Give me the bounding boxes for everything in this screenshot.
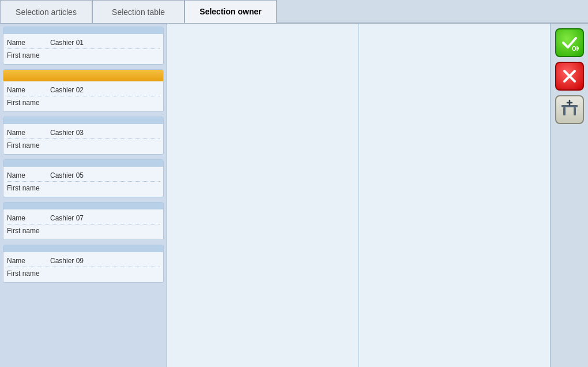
middle-panel [167, 24, 359, 367]
cashier-firstname-field-09: First name [7, 267, 160, 280]
firstname-label-01: First name [7, 51, 50, 59]
firstname-label-05: First name [7, 184, 50, 192]
tab-table[interactable]: Selection table [92, 0, 184, 23]
cashier-name-field-02: Name Cashier 02 [7, 84, 160, 96]
cashier-card-header-02 [3, 70, 163, 81]
cashier-card-02[interactable]: Name Cashier 02 First name [3, 69, 164, 112]
cashier-card-body-02: Name Cashier 02 First name [3, 81, 163, 111]
ok-icon: OK [560, 33, 579, 52]
name-label-01: Name [7, 39, 50, 47]
right-panel [359, 24, 551, 367]
cashier-card-09[interactable]: Name Cashier 09 First name [3, 245, 164, 283]
cashier-card-header-01 [3, 27, 163, 34]
cashier-firstname-field-07: First name [7, 224, 160, 237]
add-table-button[interactable] [555, 95, 584, 124]
name-label-02: Name [7, 86, 50, 94]
cashier-card-header-07 [3, 203, 163, 209]
name-value-09: Cashier 09 [50, 257, 160, 265]
cashier-firstname-field-01: First name [7, 49, 160, 62]
name-value-02: Cashier 02 [50, 86, 160, 94]
firstname-label-02: First name [7, 99, 50, 107]
tab-articles[interactable]: Selection articles [0, 0, 92, 23]
firstname-label-09: First name [7, 269, 50, 278]
cashier-name-field-09: Name Cashier 09 [7, 254, 160, 267]
cashier-card-body-09: Name Cashier 09 First name [3, 252, 163, 282]
svg-rect-5 [574, 107, 576, 115]
cashier-name-field-03: Name Cashier 03 [7, 126, 160, 139]
main-area: Name Cashier 01 First name Name Cashier … [0, 24, 588, 367]
tab-spacer [277, 0, 588, 23]
name-label-09: Name [7, 257, 50, 265]
svg-rect-4 [563, 107, 566, 115]
cashier-card-body-01: Name Cashier 01 First name [3, 34, 163, 64]
name-label-05: Name [7, 171, 50, 179]
cashier-card-header-05 [3, 160, 163, 167]
name-value-05: Cashier 05 [50, 171, 160, 179]
cancel-icon [560, 67, 579, 85]
cashier-card-body-03: Name Cashier 03 First name [3, 124, 163, 154]
name-value-07: Cashier 07 [50, 214, 160, 222]
cancel-button[interactable] [555, 62, 584, 91]
cashier-card-07[interactable]: Name Cashier 07 First name [3, 202, 164, 240]
svg-text:OK: OK [572, 46, 579, 52]
tab-bar: Selection articles Selection table Selec… [0, 0, 588, 24]
cashier-name-field-07: Name Cashier 07 [7, 212, 160, 224]
firstname-label-07: First name [7, 227, 50, 235]
cashier-card-body-05: Name Cashier 05 First name [3, 167, 163, 197]
name-value-01: Cashier 01 [50, 39, 160, 47]
cashier-name-field-01: Name Cashier 01 [7, 36, 160, 49]
cashier-card-header-03 [3, 117, 163, 124]
cashier-firstname-field-02: First name [7, 96, 160, 109]
cashier-card-header-09 [3, 245, 163, 252]
cashier-panel: Name Cashier 01 First name Name Cashier … [0, 24, 167, 367]
cashier-firstname-field-03: First name [7, 139, 160, 152]
tab-owner[interactable]: Selection owner [184, 0, 277, 23]
cashier-card-05[interactable]: Name Cashier 05 First name [3, 159, 164, 197]
table-icon [559, 99, 580, 120]
cashier-firstname-field-05: First name [7, 182, 160, 194]
ok-button[interactable]: OK [555, 28, 584, 57]
cashier-card-03[interactable]: Name Cashier 03 First name [3, 117, 164, 155]
name-label-07: Name [7, 214, 50, 222]
name-label-03: Name [7, 129, 50, 137]
cashier-name-field-05: Name Cashier 05 [7, 169, 160, 182]
action-bar: OK [551, 24, 588, 367]
cashier-card-body-07: Name Cashier 07 First name [3, 209, 163, 239]
firstname-label-03: First name [7, 141, 50, 149]
name-value-03: Cashier 03 [50, 129, 160, 137]
cashier-card-01[interactable]: Name Cashier 01 First name [3, 27, 164, 65]
